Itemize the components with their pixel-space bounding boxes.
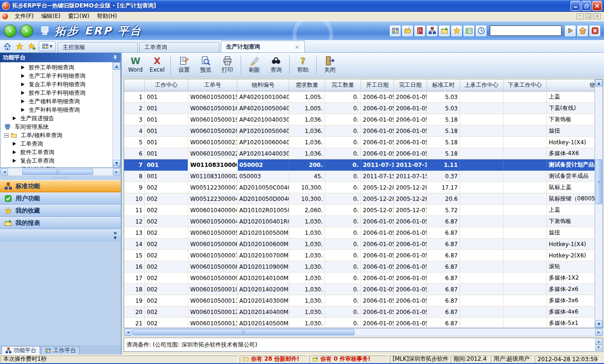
column-header-工单号[interactable]: 工单号 bbox=[188, 79, 237, 91]
tree-scroll-up-button[interactable]: ▲ bbox=[113, 62, 120, 70]
menu-item-0[interactable]: 文件(F) bbox=[11, 12, 37, 20]
table-row-1[interactable]: 1001W006010500015AP40201001004001,005.0.… bbox=[124, 91, 595, 103]
tree-item-胶件工单子料明细查询[interactable]: 胶件工单子料明细查询 bbox=[0, 89, 120, 97]
table-scroll-left-button[interactable]: ◄ bbox=[124, 329, 132, 336]
tree-item-车间管理系统[interactable]: 车间管理系统 bbox=[0, 123, 120, 131]
tab-工单查询[interactable]: 工单查询 bbox=[139, 42, 219, 52]
table-row-2[interactable]: 2001W006010500016AP40201005004001,005.0.… bbox=[124, 103, 595, 114]
panel-more-bar[interactable]: »▾ bbox=[0, 229, 121, 241]
back-button[interactable]: ‹ bbox=[4, 25, 17, 37]
tree-item-复合工单子料明细查询[interactable]: 复合工单子料明细查询 bbox=[0, 80, 120, 89]
table-row-14[interactable]: 14002W006010500006AD1020100600M001,030.0… bbox=[124, 239, 595, 250]
table-row-13[interactable]: 13002W006010500005AD1020100500M001,030.0… bbox=[124, 227, 595, 239]
mdi-close-button[interactable]: × bbox=[594, 13, 601, 19]
toolbar-关闭-button[interactable]: 关闭 bbox=[319, 54, 341, 76]
forward-button[interactable]: › bbox=[20, 25, 33, 37]
table-row-9[interactable]: 9002W005122300003AD2010050C0040010,300.0… bbox=[124, 182, 595, 193]
column-header-rownum[interactable] bbox=[124, 79, 145, 91]
column-header-完工数量[interactable]: 完工数量 bbox=[325, 79, 361, 91]
layout-dropdown-button[interactable]: ▼ bbox=[39, 41, 56, 51]
toolbar-查询-button[interactable]: 查询 bbox=[265, 54, 287, 76]
table-row-21[interactable]: 21002W006010500013AD1020140500M001,030.0… bbox=[124, 318, 595, 328]
tree-item-生产跟进报告[interactable]: 生产跟进报告 bbox=[0, 114, 120, 123]
column-header-工作中心[interactable]: 工作中心 bbox=[145, 79, 188, 91]
desktop-grid-button[interactable] bbox=[390, 25, 401, 36]
table-scroll-right-button[interactable]: ► bbox=[595, 329, 603, 336]
folder-open-button[interactable] bbox=[402, 25, 413, 36]
table-scroll-thumb[interactable] bbox=[596, 159, 602, 204]
panel-button-标准功能[interactable]: 标准功能 bbox=[0, 180, 121, 192]
menu-item-1[interactable]: 编辑(E) bbox=[37, 12, 64, 20]
table-scroll-up-button[interactable]: ▲ bbox=[595, 79, 603, 87]
table-row-19[interactable]: 19002W006010500011AD1020140300M001,030.0… bbox=[124, 295, 595, 306]
toolbar-打印-button[interactable]: 打印 bbox=[217, 54, 238, 76]
mdi-minimize-button[interactable]: ─ bbox=[577, 13, 584, 19]
notebook-button[interactable] bbox=[414, 25, 425, 36]
column-header-物料名称[interactable]: 物料名称 bbox=[547, 79, 595, 91]
star-plus-button[interactable] bbox=[26, 41, 37, 52]
work-order-edit-cell[interactable]: W011083100001 bbox=[188, 159, 237, 171]
table-row-3[interactable]: 3001W006010500019AP40201004003001,036.0.… bbox=[124, 114, 595, 125]
tab-主控面板[interactable]: 主控面板 bbox=[58, 42, 138, 52]
exit-button[interactable] bbox=[589, 25, 600, 36]
house-button[interactable] bbox=[1, 41, 13, 52]
star-button[interactable] bbox=[14, 41, 25, 52]
table-row-15[interactable]: 15002W006010500007AD1020100700M001,030.0… bbox=[124, 250, 595, 261]
clock-button[interactable] bbox=[476, 25, 487, 36]
tree-item-工单/领料单查询[interactable]: −工单/领料单查询 bbox=[0, 131, 120, 140]
tab-close-icon[interactable]: × bbox=[294, 43, 300, 50]
column-header-上承工作中心[interactable]: 上承工作中心 bbox=[460, 79, 503, 91]
column-header-开工日期[interactable]: 开工日期 bbox=[361, 79, 394, 91]
table-row-7[interactable]: 7001W011083100001050002200.0.2011-07-152… bbox=[124, 159, 595, 171]
tree-vertical-scrollbar[interactable]: ▲ ▼ bbox=[112, 62, 120, 167]
close-button[interactable] bbox=[592, 1, 602, 11]
table-row-6[interactable]: 6001W006010500022AP10201404003001,036.0.… bbox=[124, 148, 595, 159]
toolbar-设置-button[interactable]: 设置 bbox=[173, 54, 195, 76]
tree-horizontal-scrollbar[interactable]: ◄ ► bbox=[0, 168, 121, 176]
table-row-5[interactable]: 5001W006010500021AP10201006004001,036.0.… bbox=[124, 137, 595, 148]
tree-item-胶件工单明细查询[interactable]: 胶件工单明细查询 bbox=[0, 63, 120, 72]
mdi-restore-button[interactable]: ❏ bbox=[585, 13, 592, 19]
tree-item-生产工单子料明细查询[interactable]: 生产工单子料明细查询 bbox=[0, 72, 120, 80]
go-button[interactable] bbox=[565, 25, 576, 36]
minimize-button[interactable] bbox=[570, 1, 580, 11]
sidebar-tab-功能平台[interactable]: 功能平台 bbox=[1, 346, 40, 355]
toolbar-刷新-button[interactable]: 刷新 bbox=[243, 54, 265, 76]
sidebar-splitter[interactable]: ......... bbox=[0, 176, 121, 180]
column-header-标准工时[interactable]: 标准工时 bbox=[427, 79, 460, 91]
table-row-17[interactable]: 17002W006010500009AD1020140100M001,030.0… bbox=[124, 273, 595, 284]
star-button[interactable] bbox=[451, 25, 462, 36]
column-header-物料编号[interactable]: 物料编号 bbox=[237, 79, 289, 91]
table-row-20[interactable]: 20002W006010500012AD1020140400M001,030.0… bbox=[124, 306, 595, 318]
table-vertical-scrollbar[interactable]: ▲ ▼ bbox=[595, 79, 603, 328]
tree-item-生产领料单明细查询[interactable]: 生产领料单明细查询 bbox=[0, 97, 120, 106]
toolbar-Excel-button[interactable]: XExcel bbox=[146, 54, 168, 76]
toolbar-Word-button[interactable]: WWord bbox=[125, 54, 146, 76]
toolbar-预览-button[interactable]: 预览 bbox=[195, 54, 217, 76]
toolbar-帮助-button[interactable]: ?帮助 bbox=[292, 54, 314, 76]
panel-button-我的报表[interactable]: 我的报表 bbox=[0, 217, 121, 229]
quick-search-input[interactable] bbox=[490, 25, 562, 36]
restore-button[interactable] bbox=[581, 1, 591, 11]
table-row-18[interactable]: 18002W006010500010AD1020140200M001,030.0… bbox=[124, 284, 595, 295]
menu-item-2[interactable]: 窗口(W) bbox=[64, 12, 93, 20]
table-row-8[interactable]: 8001W01108310000205000345.0.2011-07-1520… bbox=[124, 171, 595, 182]
table-scroll-down-button[interactable]: ▼ bbox=[595, 320, 603, 328]
tree-item-复合工单查询[interactable]: 复合工单查询 bbox=[0, 157, 120, 165]
panel-button-用户功能[interactable]: 用户功能 bbox=[0, 192, 121, 205]
folder-plus-button[interactable] bbox=[439, 25, 450, 36]
table-horizontal-scrollbar[interactable]: ◄ ► bbox=[124, 328, 603, 336]
contacts-button[interactable] bbox=[463, 25, 474, 36]
collapse-box-icon[interactable]: − bbox=[4, 133, 8, 138]
table-hscroll-thumb[interactable] bbox=[133, 329, 354, 335]
tree-scroll-right-button[interactable]: ► bbox=[113, 168, 120, 175]
column-header-完工日期[interactable]: 完工日期 bbox=[394, 79, 427, 91]
table-row-10[interactable]: 10002W005122300004AD2010050D0040010,300.… bbox=[124, 193, 595, 205]
tree-item-领/补料单查询[interactable]: 领/补料单查询 bbox=[0, 165, 120, 168]
sidebar-tab-工作平台[interactable]: 工作平台 bbox=[41, 346, 80, 355]
tree-hscroll-thumb[interactable] bbox=[22, 169, 93, 175]
column-header-下承工作中心[interactable]: 下承工作中心 bbox=[503, 79, 547, 91]
panel-button-我的收藏[interactable]: 我的收藏 bbox=[0, 205, 121, 217]
menu-item-3[interactable]: 帮助(H) bbox=[93, 12, 120, 20]
table-row-16[interactable]: 16002W006010500008AD1020110900M001,030.0… bbox=[124, 261, 595, 273]
